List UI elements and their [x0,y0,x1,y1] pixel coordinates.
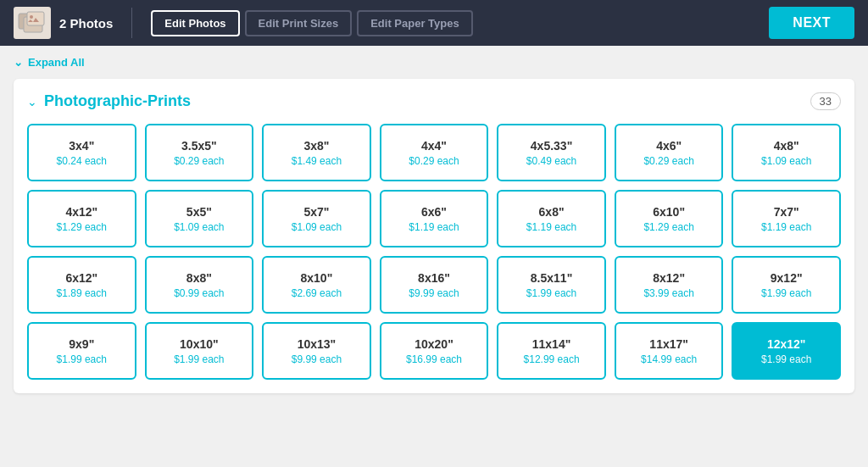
print-price-label: $1.29 each [57,221,107,233]
print-size-label: 6x8" [539,204,565,220]
print-price-label: $0.49 each [526,155,576,167]
print-size-label: 4x5.33" [531,138,572,153]
edit-paper-types-button[interactable]: Edit Paper Types [357,10,473,36]
print-size-label: 11x17" [649,336,688,352]
print-price-label: $1.19 each [526,221,576,233]
print-size-item[interactable]: 6x10"$1.29 each [615,190,724,247]
expand-chevron-icon: ⌄ [14,56,23,69]
print-size-item[interactable]: 8x10"$2.69 each [262,256,371,314]
print-size-item[interactable]: 10x13"$9.99 each [262,322,371,380]
print-size-label: 3x8" [303,138,329,153]
print-size-label: 5x7" [303,204,329,220]
print-price-label: $1.89 each [57,287,107,299]
print-size-label: 5x5" [186,204,212,220]
print-size-label: 9x9" [69,336,94,352]
print-price-label: $1.99 each [761,353,811,365]
print-size-label: 10x20" [415,336,453,352]
print-size-item[interactable]: 4x12"$1.29 each [27,190,136,247]
print-size-item[interactable]: 4x4"$0.29 each [380,124,489,181]
print-size-label: 11x14" [532,336,571,352]
print-size-label: 3.5x5" [181,138,217,153]
print-price-label: $0.29 each [174,155,224,167]
print-size-item[interactable]: 5x7"$1.09 each [262,190,371,247]
print-price-label: $9.99 each [409,287,459,299]
print-price-label: $0.24 each [57,155,107,167]
print-price-label: $1.09 each [292,221,342,233]
print-size-item[interactable]: 7x7"$1.19 each [732,190,841,247]
section-count: 33 [810,92,841,110]
main-content: ⌄ Expand All ⌄ Photographic-Prints 33 3x… [0,46,868,403]
print-size-item[interactable]: 10x10"$1.99 each [145,322,254,380]
print-price-label: $16.99 each [406,353,462,365]
print-size-item[interactable]: 8.5x11"$1.99 each [497,256,606,314]
print-size-item[interactable]: 3x4"$0.24 each [27,124,136,181]
print-size-label: 8x12" [653,270,685,286]
print-size-item[interactable]: 10x20"$16.99 each [380,322,489,380]
expand-all-label: Expand All [28,56,85,69]
print-price-label: $1.09 each [761,155,811,167]
print-size-item[interactable]: 9x9"$1.99 each [27,322,136,380]
print-size-item[interactable]: 11x14"$12.99 each [497,322,606,380]
print-size-item[interactable]: 3.5x5"$0.29 each [145,124,254,181]
header: 2 Photos Edit Photos Edit Print Sizes Ed… [0,0,868,46]
print-price-label: $1.99 each [761,287,811,299]
print-size-label: 4x8" [774,138,799,153]
print-price-label: $1.29 each [643,221,693,233]
print-size-item[interactable]: 11x17"$14.99 each [615,322,724,380]
print-price-label: $1.99 each [174,353,224,365]
print-price-label: $3.99 each [643,287,693,299]
next-button[interactable]: NEXT [769,7,854,39]
print-size-label: 3x4" [69,138,94,153]
print-size-label: 8.5x11" [531,270,572,286]
print-price-label: $2.69 each [292,287,342,299]
edit-print-sizes-button[interactable]: Edit Print Sizes [245,10,353,36]
edit-photos-button[interactable]: Edit Photos [151,10,239,36]
print-size-label: 10x13" [298,336,337,352]
print-price-label: $1.19 each [409,221,459,233]
print-size-label: 6x12" [65,270,97,286]
print-size-item[interactable]: 12x12"$1.99 each [732,322,841,380]
print-price-label: $12.99 each [524,353,580,365]
print-price-label: $0.99 each [174,287,224,299]
section-header: ⌄ Photographic-Prints 33 [27,92,841,110]
print-size-item[interactable]: 4x6"$0.29 each [615,124,724,181]
print-size-label: 7x7" [774,204,799,220]
section-title-group: ⌄ Photographic-Prints [27,92,191,110]
print-size-label: 8x10" [301,270,333,286]
print-size-item[interactable]: 4x8"$1.09 each [732,124,841,181]
header-divider [131,8,132,38]
svg-point-3 [30,15,33,19]
print-size-label: 9x12" [771,270,803,286]
section-title: Photographic-Prints [44,92,191,110]
print-size-item[interactable]: 8x12"$3.99 each [615,256,724,314]
photo-count: 2 Photos [59,16,113,31]
print-price-label: $9.99 each [292,353,342,365]
print-size-label: 4x12" [65,204,97,220]
header-left: 2 Photos [14,7,113,39]
print-price-label: $1.99 each [57,353,107,365]
print-size-item[interactable]: 6x6"$1.19 each [380,190,489,247]
print-size-item[interactable]: 9x12"$1.99 each [732,256,841,314]
print-size-label: 12x12" [767,336,806,352]
section-chevron-icon: ⌄ [27,95,37,108]
print-price-label: $0.29 each [409,155,459,167]
print-price-label: $1.99 each [526,287,576,299]
print-size-item[interactable]: 6x12"$1.89 each [27,256,136,314]
expand-all[interactable]: ⌄ Expand All [14,56,854,69]
print-size-item[interactable]: 8x8"$0.99 each [145,256,254,314]
print-size-item[interactable]: 5x5"$1.09 each [145,190,254,247]
print-price-label: $1.09 each [174,221,224,233]
print-size-label: 8x8" [186,270,212,286]
print-size-label: 6x6" [421,204,447,220]
print-size-item[interactable]: 8x16"$9.99 each [380,256,489,314]
print-size-label: 4x4" [421,138,447,153]
section-card: ⌄ Photographic-Prints 33 3x4"$0.24 each3… [14,79,854,393]
print-size-label: 6x10" [653,204,685,220]
print-size-label: 10x10" [180,336,219,352]
print-price-label: $14.99 each [641,353,697,365]
print-size-item[interactable]: 6x8"$1.19 each [497,190,606,247]
print-size-item[interactable]: 4x5.33"$0.49 each [497,124,606,181]
print-size-label: 8x16" [418,270,450,286]
print-price-label: $0.29 each [643,155,693,167]
print-size-item[interactable]: 3x8"$1.49 each [262,124,371,181]
